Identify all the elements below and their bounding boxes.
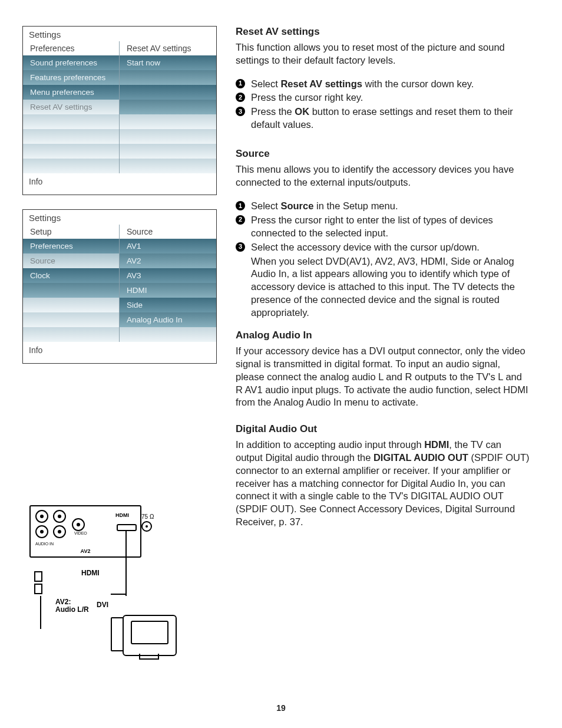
pc-tower-icon	[111, 617, 124, 651]
label-hdmi-port: HDMI	[115, 512, 129, 518]
heading-analog-audio: Analog Audio In	[236, 330, 530, 341]
menu-item-selected[interactable]: Reset AV settings	[23, 100, 119, 114]
menu-item[interactable]: Side	[120, 298, 216, 312]
pc-monitor-icon	[123, 615, 177, 656]
cable-icon	[111, 594, 127, 595]
menu-item[interactable]: AV3	[120, 268, 216, 283]
step: 2Press the cursor right key.	[236, 91, 530, 104]
menu-item[interactable]: HDMI	[120, 283, 216, 298]
step: 3Press the OK button to erase settings a…	[236, 106, 530, 131]
steps-source: 1Select Source in the Setup menu. 2Press…	[236, 200, 530, 254]
antenna-port: 75 Ω	[141, 513, 154, 532]
step-number-icon: 1	[236, 79, 245, 88]
heading-digital-audio: Digital Audio Out	[236, 423, 530, 435]
menu-item[interactable]: Sound preferences	[23, 55, 119, 70]
step: 1Select Source in the Setup menu.	[236, 200, 530, 213]
step: 3Select the accessory device with the cu…	[236, 241, 530, 254]
connection-diagram: AUDIO IN VIDEO AV2 HDMI 75 Ω HDMI	[22, 505, 217, 682]
heading-reset-av: Reset AV settings	[236, 26, 530, 38]
menu-item[interactable]: Features preferences	[23, 70, 119, 85]
pane-header: Setup	[23, 225, 119, 239]
menu-item[interactable]: AV2	[120, 253, 216, 268]
step-number-icon: 3	[236, 107, 245, 116]
menu-reset-av: Settings Preferences Sound preferences F…	[22, 26, 217, 195]
paragraph: If your accessory device has a DVI outpu…	[236, 345, 530, 409]
steps-reset: 1Select Reset AV settings with the curso…	[236, 78, 530, 132]
hdmi-port-icon	[117, 524, 137, 531]
right-column: Reset AV settings This function allows y…	[236, 26, 534, 682]
menu-item[interactable]: Analog Audio In	[120, 312, 216, 327]
pane-header: Reset AV settings	[120, 41, 216, 55]
menu-item-selected[interactable]: Source	[23, 253, 119, 268]
paragraph: When you select DVD(AV1), AV2, AV3, HDMI…	[236, 255, 530, 319]
menu-item[interactable]: Menu preferences	[23, 85, 119, 100]
label-video: VIDEO	[74, 531, 87, 535]
step-number-icon: 2	[236, 215, 245, 225]
paragraph: This menu allows you to identify the acc…	[236, 163, 530, 189]
step: 1Select Reset AV settings with the curso…	[236, 78, 530, 91]
step-number-icon: 1	[236, 201, 245, 210]
pane-header: Source	[120, 225, 216, 239]
label-av2: AV2	[35, 548, 135, 554]
menu-item[interactable]: Clock	[23, 268, 119, 283]
rca-jack-icon	[35, 525, 48, 538]
step-number-icon: 3	[236, 242, 245, 252]
heading-source: Source	[236, 148, 530, 160]
menu-title: Settings	[23, 210, 216, 225]
rca-plug-icon	[34, 571, 42, 582]
label-dvi-cable: DVI	[97, 601, 108, 609]
cable-icon	[125, 531, 127, 596]
pane-header: Preferences	[23, 41, 119, 55]
menu-info: Info	[23, 173, 216, 195]
label-75ohm: 75 Ω	[141, 513, 154, 520]
menu-item[interactable]: AV1	[120, 239, 216, 253]
rca-jack-icon	[53, 525, 66, 538]
page-number: 19	[0, 703, 562, 713]
step-number-icon: 2	[236, 93, 245, 102]
monitor-stand-icon	[139, 654, 159, 660]
rca-jack-icon	[53, 510, 66, 523]
label-av2-audio: AV2: Audio L/R	[55, 598, 89, 614]
menu-source: Settings Setup Preferences Source Clock …	[22, 209, 217, 364]
coax-jack-icon	[141, 521, 152, 532]
rca-plug-icon	[34, 584, 42, 594]
step: 2Press the cursor right to enter the lis…	[236, 214, 530, 240]
rca-jack-icon	[35, 510, 48, 523]
y-cable-icon	[34, 571, 49, 615]
paragraph: In addition to accepting audio input thr…	[236, 439, 530, 528]
menu-item[interactable]: Start now	[120, 55, 216, 70]
menu-item[interactable]: Preferences	[23, 239, 119, 253]
menu-info: Info	[23, 342, 216, 363]
label-audio-in: AUDIO IN	[35, 542, 66, 546]
rca-jack-icon	[72, 518, 85, 531]
left-column: Settings Preferences Sound preferences F…	[22, 26, 217, 682]
menu-title: Settings	[23, 27, 216, 41]
label-hdmi-cable: HDMI	[81, 569, 100, 577]
paragraph: This function allows you to reset most o…	[236, 41, 530, 67]
